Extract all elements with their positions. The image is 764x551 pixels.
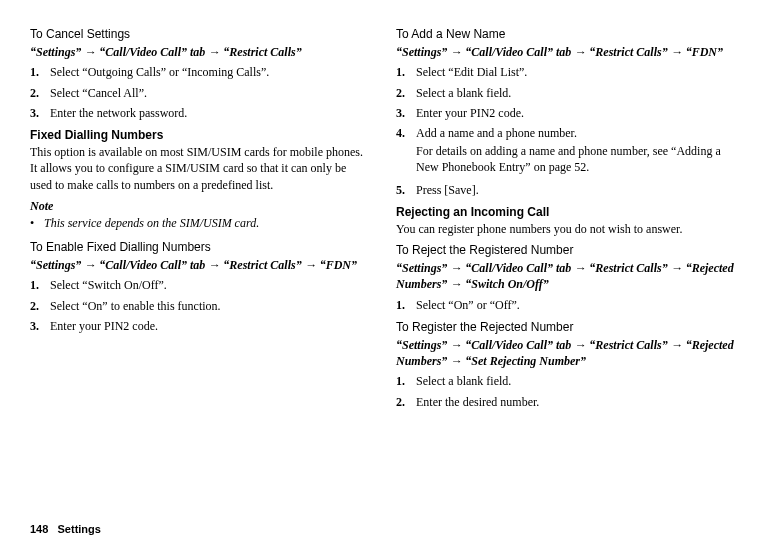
step-text: Enter the network password. bbox=[50, 105, 368, 121]
step-number: 3. bbox=[30, 318, 50, 334]
step-text: Enter your PIN2 code. bbox=[416, 105, 734, 121]
step-text: Enter your PIN2 code. bbox=[50, 318, 368, 334]
reject-registered-path: “Settings” → “Call/Video Call” tab → “Re… bbox=[396, 260, 734, 292]
step-number: 3. bbox=[30, 105, 50, 121]
left-column: To Cancel Settings “Settings” → “Call/Vi… bbox=[30, 24, 368, 416]
note-body-row: • This service depends on the SIM/USIM c… bbox=[30, 215, 368, 231]
fdn-body: This option is available on most SIM/USI… bbox=[30, 144, 368, 193]
step-number: 1. bbox=[396, 373, 416, 389]
step-text: Press [Save]. bbox=[416, 182, 734, 198]
page-content: To Cancel Settings “Settings” → “Call/Vi… bbox=[30, 24, 734, 416]
step-text: Enter the desired number. bbox=[416, 394, 734, 410]
step-number: 2. bbox=[30, 298, 50, 314]
step-text: Select “On” to enable this function. bbox=[50, 298, 368, 314]
add-name-title: To Add a New Name bbox=[396, 26, 734, 42]
note-body: This service depends on the SIM/USIM car… bbox=[44, 215, 259, 231]
step-text-inner: Add a name and a phone number. bbox=[416, 126, 577, 140]
step-number: 2. bbox=[396, 85, 416, 101]
reject-call-body: You can register phone numbers you do no… bbox=[396, 221, 734, 237]
step-text: Select “Switch On/Off”. bbox=[50, 277, 368, 293]
right-column: To Add a New Name “Settings” → “Call/Vid… bbox=[396, 24, 734, 416]
step-number: 1. bbox=[396, 297, 416, 313]
step-text: Add a name and a phone number. For detai… bbox=[416, 125, 734, 178]
enable-fdn-steps: 1.Select “Switch On/Off”. 2.Select “On” … bbox=[30, 277, 368, 334]
enable-fdn-path: “Settings” → “Call/Video Call” tab → “Re… bbox=[30, 257, 368, 273]
add-name-path: “Settings” → “Call/Video Call” tab → “Re… bbox=[396, 44, 734, 60]
cancel-settings-steps: 1.Select “Outgoing Calls” or “Incoming C… bbox=[30, 64, 368, 121]
register-rejected-title: To Register the Rejected Number bbox=[396, 319, 734, 335]
step-number: 5. bbox=[396, 182, 416, 198]
enable-fdn-title: To Enable Fixed Dialling Numbers bbox=[30, 239, 368, 255]
step-subnote: For details on adding a name and phone n… bbox=[416, 143, 734, 175]
cancel-settings-title: To Cancel Settings bbox=[30, 26, 368, 42]
fdn-title: Fixed Dialling Numbers bbox=[30, 127, 368, 143]
page-footer: 148 Settings bbox=[30, 522, 101, 537]
step-text: Select a blank field. bbox=[416, 373, 734, 389]
step-text: Select “Cancel All”. bbox=[50, 85, 368, 101]
cancel-settings-path: “Settings” → “Call/Video Call” tab → “Re… bbox=[30, 44, 368, 60]
section-name: Settings bbox=[58, 523, 101, 535]
step-number: 2. bbox=[30, 85, 50, 101]
step-text: Select “Edit Dial List”. bbox=[416, 64, 734, 80]
step-number: 4. bbox=[396, 125, 416, 178]
step-text: Select a blank field. bbox=[416, 85, 734, 101]
note-heading: Note bbox=[30, 198, 368, 214]
register-rejected-path: “Settings” → “Call/Video Call” tab → “Re… bbox=[396, 337, 734, 369]
reject-registered-title: To Reject the Registered Number bbox=[396, 242, 734, 258]
register-rejected-steps: 1.Select a blank field. 2.Enter the desi… bbox=[396, 373, 734, 409]
step-number: 3. bbox=[396, 105, 416, 121]
step-text: Select “Outgoing Calls” or “Incoming Cal… bbox=[50, 64, 368, 80]
step-text: Select “On” or “Off”. bbox=[416, 297, 734, 313]
reject-call-title: Rejecting an Incoming Call bbox=[396, 204, 734, 220]
step-number: 1. bbox=[396, 64, 416, 80]
add-name-steps: 1.Select “Edit Dial List”. 2.Select a bl… bbox=[396, 64, 734, 197]
reject-registered-steps: 1.Select “On” or “Off”. bbox=[396, 297, 734, 313]
page-number: 148 bbox=[30, 523, 48, 535]
step-number: 1. bbox=[30, 277, 50, 293]
bullet-icon: • bbox=[30, 215, 44, 231]
step-number: 2. bbox=[396, 394, 416, 410]
step-number: 1. bbox=[30, 64, 50, 80]
